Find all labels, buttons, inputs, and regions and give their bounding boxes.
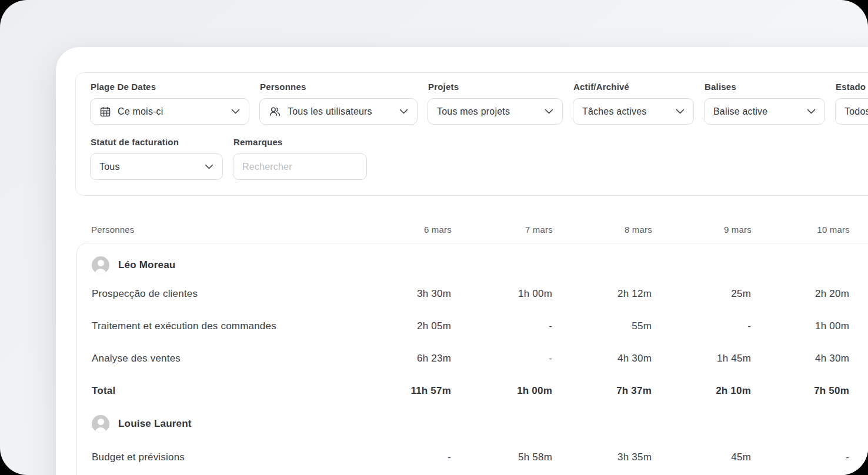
active-archived-value: Tâches actives — [582, 106, 669, 117]
filter-estado: Estado F Todos — [835, 82, 868, 125]
avatar — [92, 415, 109, 433]
time-cell: 7h 37m — [552, 385, 652, 397]
time-cell: 25m — [652, 288, 751, 300]
time-cell: 1h 00m — [451, 385, 552, 397]
date-range-value: Ce mois-ci — [118, 106, 224, 117]
time-cell: - — [451, 353, 552, 364]
filter-label: Actif/Archivé — [573, 82, 694, 92]
time-cell: 5h 58m — [451, 451, 552, 463]
person-name: Louise Laurent — [118, 418, 192, 430]
users-icon — [269, 106, 281, 118]
time-cell: 11h 57m — [351, 385, 451, 397]
table-header: Personnes 6 mars 7 mars 8 mars 9 mars 10… — [76, 221, 868, 238]
people-column-header: Personnes — [91, 225, 352, 235]
chevron-down-icon — [205, 164, 213, 169]
people-value: Tous les utilisateurs — [288, 106, 392, 117]
filter-tags: Balises Balise active — [704, 82, 825, 125]
filter-label: Plage De Dates — [91, 82, 249, 92]
filter-active-archived: Actif/Archivé Tâches actives — [573, 82, 694, 125]
filter-label: Estado F — [836, 82, 868, 92]
time-cell: - — [751, 451, 849, 463]
time-report-table: Léo Moreau Prospecção de clientes 3h 30m… — [76, 243, 868, 475]
filter-billing-status: Statut de facturation Tous — [90, 137, 223, 180]
filter-projects: Projets Tous mes projets — [428, 82, 563, 125]
person-name: Léo Moreau — [118, 259, 175, 271]
time-cell: 2h 10m — [652, 385, 751, 397]
time-cell: 2h 05m — [351, 320, 451, 332]
task-label: Prospecção de clientes — [92, 288, 351, 300]
time-cell: 1h 45m — [652, 353, 751, 364]
filters-row-1: Plage De Dates Ce mois-ci — [90, 82, 868, 125]
task-label: Budget et prévisions — [92, 451, 351, 463]
time-cell: - — [451, 320, 552, 332]
time-cell: 6h 23m — [351, 353, 451, 364]
date-range-select[interactable]: Ce mois-ci — [90, 98, 249, 125]
time-cell: 55m — [552, 320, 652, 332]
date-column-header: 6 mars — [352, 225, 452, 235]
filter-people: Personnes Tous les utilisateurs — [259, 82, 418, 125]
task-label: Traitement et exécution des commandes — [92, 320, 351, 332]
time-cell: 7h 50m — [751, 385, 849, 397]
person-row: Louise Laurent — [92, 407, 849, 441]
filter-label: Personnes — [260, 82, 418, 92]
tags-select[interactable]: Balise active — [704, 98, 825, 125]
time-cell: 4h 30m — [751, 353, 849, 364]
table-row: Analyse des ventes 6h 23m - 4h 30m 1h 45… — [92, 342, 849, 374]
filters-panel: Plage De Dates Ce mois-ci — [75, 72, 868, 196]
time-cell: 3h 30m — [351, 288, 451, 300]
filter-notes: Remarques — [233, 137, 367, 180]
chevron-down-icon — [807, 109, 816, 114]
table-row: Prospecção de clientes 3h 30m 1h 00m 2h … — [92, 277, 849, 310]
chevron-down-icon — [545, 109, 553, 114]
tags-value: Balise active — [713, 106, 800, 117]
projects-value: Tous mes projets — [437, 106, 538, 117]
billing-status-value: Tous — [99, 162, 198, 172]
time-cell: 3h 35m — [552, 451, 652, 463]
time-cell: 2h 12m — [552, 288, 652, 300]
time-cell: 1h 00m — [751, 320, 849, 332]
date-column-header: 7 mars — [452, 225, 553, 235]
time-cell: 1h 00m — [451, 288, 552, 300]
estado-value: Todos — [844, 106, 868, 117]
calendar-icon — [99, 106, 111, 118]
date-column-header: 9 mars — [652, 225, 752, 235]
table-row: Traitement et exécution des commandes 2h… — [92, 310, 849, 342]
date-column-header: 8 mars — [553, 225, 652, 235]
total-label: Total — [92, 385, 351, 397]
filters-row-2: Statut de facturation Tous Remarques — [90, 137, 868, 180]
report-card: Plage De Dates Ce mois-ci — [56, 47, 868, 475]
time-cell: 4h 30m — [552, 353, 652, 364]
active-archived-select[interactable]: Tâches actives — [573, 98, 694, 125]
billing-status-select[interactable]: Tous — [90, 153, 223, 180]
people-select[interactable]: Tous les utilisateurs — [259, 98, 418, 125]
filter-label: Balises — [705, 82, 825, 92]
task-label: Analyse des ventes — [92, 353, 351, 364]
filter-label: Remarques — [233, 137, 367, 147]
filter-date-range: Plage De Dates Ce mois-ci — [90, 82, 249, 125]
time-cell: 45m — [652, 451, 751, 463]
table-row: Budget et prévisions - 5h 58m 3h 35m 45m… — [92, 441, 849, 473]
filter-label: Statut de facturation — [91, 137, 223, 147]
estado-select[interactable]: Todos — [835, 98, 868, 125]
projects-select[interactable]: Tous mes projets — [428, 98, 563, 125]
date-column-header: 10 mars — [752, 225, 850, 235]
chevron-down-icon — [676, 109, 685, 114]
person-row: Léo Moreau — [92, 253, 849, 277]
time-cell: 2h 20m — [751, 288, 849, 300]
time-cell: - — [652, 320, 751, 332]
app-surface: Plage De Dates Ce mois-ci — [0, 0, 868, 475]
avatar — [92, 256, 109, 274]
total-row: Total 11h 57m 1h 00m 7h 37m 2h 10m 7h 50… — [92, 374, 849, 407]
chevron-down-icon — [231, 109, 240, 114]
chevron-down-icon — [399, 109, 408, 114]
notes-search-input[interactable] — [233, 153, 367, 180]
time-cell: - — [351, 451, 451, 463]
filter-label: Projets — [428, 82, 563, 92]
